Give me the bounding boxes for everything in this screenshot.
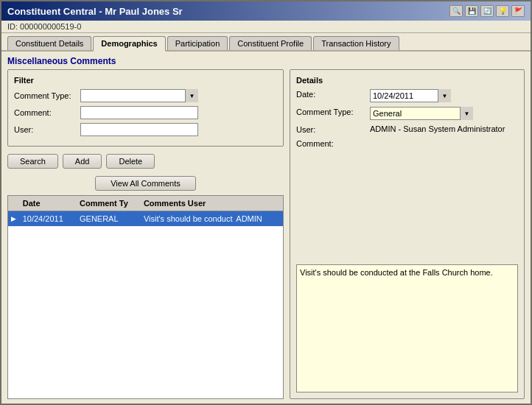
window-title: Constituent Central - Mr Paul Jones Sr bbox=[7, 6, 183, 17]
row-comment-type: GENERAL bbox=[77, 213, 141, 225]
user-row: User: bbox=[14, 123, 277, 136]
details-comment-label: Comment: bbox=[296, 138, 370, 148]
details-date-wrapper[interactable]: ▼ bbox=[370, 89, 451, 102]
add-button[interactable]: Add bbox=[63, 154, 102, 169]
comments-table: Date Comment Ty Comments User ▶ 10/24/20… bbox=[7, 195, 284, 399]
main-row: Filter Comment Type: ▼ Comment: bbox=[7, 69, 525, 399]
details-user-label: User: bbox=[296, 124, 370, 134]
constituent-id: ID: 000000000519-0 bbox=[7, 22, 81, 31]
comment-label: Comment: bbox=[14, 108, 80, 117]
details-comment-textarea[interactable] bbox=[296, 264, 518, 393]
user-label: User: bbox=[14, 125, 80, 134]
row-arrow: ▶ bbox=[8, 214, 20, 224]
main-window: Constituent Central - Mr Paul Jones Sr 🔍… bbox=[0, 0, 532, 405]
refresh-icon[interactable]: 🔄 bbox=[480, 5, 494, 17]
lightbulb-icon[interactable]: 💡 bbox=[496, 5, 509, 17]
tab-constituent-details[interactable]: Constituent Details bbox=[7, 36, 91, 50]
filter-title: Filter bbox=[14, 76, 277, 85]
details-title: Details bbox=[296, 76, 518, 85]
details-date-row: Date: ▼ bbox=[296, 89, 518, 102]
filter-box: Filter Comment Type: ▼ Comment: bbox=[7, 69, 284, 147]
title-bar: Constituent Central - Mr Paul Jones Sr 🔍… bbox=[1, 1, 531, 21]
row-comments: Visit's should be conduct bbox=[141, 213, 233, 225]
details-date-input[interactable] bbox=[370, 89, 451, 102]
tab-participation[interactable]: Participation bbox=[167, 36, 228, 50]
comment-type-select[interactable] bbox=[80, 89, 198, 102]
tab-transaction-history[interactable]: Transaction History bbox=[313, 36, 399, 50]
comment-type-row: Comment Type: ▼ bbox=[14, 89, 277, 102]
table-header: Date Comment Ty Comments User bbox=[8, 196, 283, 211]
details-comment-row: Comment: bbox=[296, 138, 518, 260]
row-user: ADMIN bbox=[233, 213, 283, 225]
tab-demographics[interactable]: Demographics bbox=[93, 36, 165, 52]
tabs-bar: Constituent Details Demographics Partici… bbox=[1, 33, 531, 52]
comment-type-select-wrapper[interactable]: ▼ bbox=[80, 89, 198, 102]
table-row[interactable]: ▶ 10/24/2011 GENERAL Visit's should be c… bbox=[8, 211, 283, 227]
binoculars-icon[interactable]: 🔍 bbox=[449, 5, 463, 17]
content-area: Miscellaneous Comments Filter Comment Ty… bbox=[1, 52, 531, 404]
th-date: Date bbox=[20, 197, 77, 209]
details-box: Details Date: ▼ Comment Type: General bbox=[290, 69, 525, 399]
view-all-row: View All Comments bbox=[7, 173, 284, 191]
details-comment-type-row: Comment Type: General ▼ bbox=[296, 107, 518, 120]
flag-icon[interactable]: 🚩 bbox=[511, 5, 525, 17]
details-user-row: User: ADMIN - Susan System Administrator bbox=[296, 124, 518, 134]
view-all-button[interactable]: View All Comments bbox=[95, 176, 196, 191]
title-bar-icons: 🔍 💾 🔄 💡 🚩 bbox=[449, 5, 525, 17]
user-input[interactable] bbox=[80, 123, 198, 136]
comment-type-label: Comment Type: bbox=[14, 91, 80, 100]
id-bar: ID: 000000000519-0 bbox=[1, 21, 531, 33]
comment-row: Comment: bbox=[14, 106, 277, 119]
th-arrow bbox=[8, 197, 20, 209]
comment-input[interactable] bbox=[80, 106, 198, 119]
search-button[interactable]: Search bbox=[7, 154, 58, 169]
action-buttons-row: Search Add Delete bbox=[7, 154, 284, 169]
details-user-value: ADMIN - Susan System Administrator bbox=[370, 124, 505, 133]
delete-button[interactable]: Delete bbox=[106, 154, 155, 169]
th-comments: Comments User bbox=[141, 197, 233, 209]
th-user bbox=[233, 197, 283, 209]
details-date-label: Date: bbox=[296, 89, 370, 99]
left-panel: Filter Comment Type: ▼ Comment: bbox=[7, 69, 284, 399]
tab-constituent-profile[interactable]: Constituent Profile bbox=[229, 36, 312, 50]
th-comment-type: Comment Ty bbox=[77, 197, 141, 209]
details-comment-type-label: Comment Type: bbox=[296, 107, 370, 116]
details-comment-type-select[interactable]: General bbox=[370, 107, 473, 120]
section-title: Miscellaneous Comments bbox=[7, 56, 525, 66]
details-comment-type-wrapper[interactable]: General ▼ bbox=[370, 107, 473, 120]
right-panel: Details Date: ▼ Comment Type: General bbox=[290, 69, 525, 399]
row-date: 10/24/2011 bbox=[20, 213, 77, 225]
save-icon[interactable]: 💾 bbox=[465, 5, 478, 17]
